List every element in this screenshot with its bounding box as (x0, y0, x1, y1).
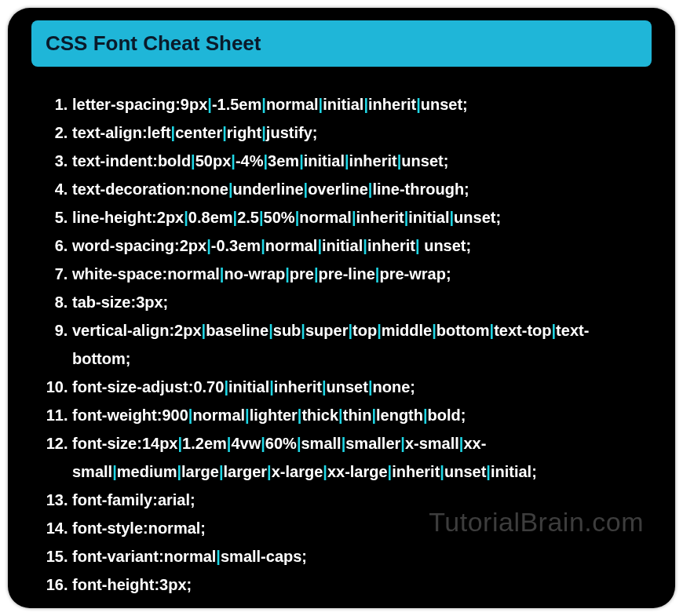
property-name: text-decoration: (72, 180, 191, 198)
property-value: bold (428, 406, 461, 424)
property-value: unset (444, 463, 486, 480)
property-value: unset (420, 237, 466, 254)
property-value: 50% (264, 209, 295, 226)
property-item: letter-spacing:9px|-1.5em|normal|initial… (72, 90, 644, 118)
property-name: letter-spacing: (72, 96, 181, 113)
property-value: 900 (162, 406, 188, 424)
property-name: line-height: (72, 209, 157, 226)
property-value: top (352, 322, 377, 339)
property-item: line-height:2px|0.8em|2.5|50%|normal|inh… (72, 203, 644, 231)
property-value: x-large (272, 463, 323, 480)
property-name: font-size-adjust: (72, 378, 193, 395)
property-value: 3px (159, 576, 186, 593)
property-value: line-through (372, 180, 464, 198)
property-value: -1.5em (212, 96, 261, 113)
property-item: font-size-adjust:0.70|initial|inherit|un… (72, 373, 644, 401)
property-value: none (191, 180, 228, 198)
terminator: ; (461, 406, 466, 424)
property-value: 2px (174, 322, 201, 339)
property-value: large (181, 463, 219, 480)
property-value: x-small (405, 435, 459, 452)
property-value: 2px (180, 237, 206, 254)
property-value: right (227, 124, 261, 141)
property-value: thick (301, 406, 338, 424)
property-item: text-align:left|center|right|justify; (72, 118, 644, 147)
property-value: 50px (195, 152, 232, 169)
property-value: 0.8em (188, 209, 233, 226)
property-value: underline (233, 180, 304, 198)
property-name: tab-size: (72, 293, 136, 311)
property-value: middle (382, 322, 432, 339)
terminator: ; (190, 491, 195, 508)
page-title: CSS Font Cheat Sheet (46, 31, 637, 56)
property-item: font-height:3px; (72, 570, 644, 599)
property-value: initial (304, 152, 345, 169)
property-value: normal (192, 406, 245, 424)
property-value: 14px (142, 435, 178, 452)
property-value: initial (228, 378, 269, 395)
terminator: ; (301, 548, 307, 565)
property-value: pre-line (319, 265, 375, 282)
property-value: -0.3em (211, 237, 261, 254)
property-value: initial (322, 237, 363, 254)
property-value: larger (223, 463, 267, 480)
property-value: no-wrap (224, 265, 285, 282)
property-value: 3em (268, 152, 299, 169)
property-value: 9px (181, 96, 207, 113)
property-value: pre (290, 265, 314, 282)
cheat-sheet-card: CSS Font Cheat Sheet letter-spacing:9px|… (8, 8, 675, 608)
property-value: arial (158, 491, 190, 508)
property-value: text-top (494, 322, 551, 339)
property-value: small-caps (221, 548, 301, 565)
property-name: white-space: (72, 265, 167, 282)
property-item: vertical-align:2px|baseline|sub|super|to… (72, 316, 644, 373)
property-value: 60% (265, 435, 297, 452)
property-value: unset (327, 378, 368, 395)
property-name: text-indent: (72, 152, 158, 169)
property-name: font-family: (72, 491, 158, 508)
property-value: sub (273, 322, 301, 339)
property-name: word-spacing: (72, 237, 180, 254)
property-value: inherit (274, 378, 322, 395)
terminator: ; (466, 237, 472, 254)
property-value: initial (408, 209, 449, 226)
property-value: baseline (206, 322, 268, 339)
property-name: text-align: (72, 124, 148, 141)
property-item: font-weight:900|normal|lighter|thick|thi… (72, 401, 644, 429)
terminator: ; (531, 463, 537, 480)
property-value: pre-wrap (379, 265, 445, 282)
terminator: ; (464, 180, 469, 198)
property-value: center (175, 124, 222, 141)
property-value: small (301, 435, 341, 452)
terminator: ; (126, 350, 131, 367)
property-item: text-indent:bold|50px|-4%|3em|initial|in… (72, 147, 644, 175)
property-value: overline (308, 180, 368, 198)
property-value: 4vw (231, 435, 261, 452)
property-value: lighter (250, 406, 298, 424)
property-value: normal (148, 519, 201, 537)
property-name: font-size: (72, 435, 142, 452)
property-value: 3px (136, 293, 163, 311)
property-value: unset (454, 209, 495, 226)
property-value: -4% (236, 152, 264, 169)
terminator: ; (444, 152, 449, 169)
property-value: inherit (367, 237, 415, 254)
property-value: 2.5 (237, 209, 259, 226)
property-item: font-variant:normal|small-caps; (72, 542, 644, 570)
property-value: normal (265, 237, 318, 254)
property-list: letter-spacing:9px|-1.5em|normal|initial… (24, 90, 659, 599)
property-value: unset (421, 96, 462, 113)
property-value: xx-large (327, 463, 388, 480)
property-value: medium (117, 463, 177, 480)
property-name: vertical-align: (72, 322, 174, 339)
property-value: thin (343, 406, 372, 424)
property-value: initial (323, 96, 363, 113)
property-value: 0.70 (193, 378, 224, 395)
property-value: super (305, 322, 348, 339)
property-value: inherit (349, 152, 397, 169)
terminator: ; (187, 576, 192, 593)
terminator: ; (495, 209, 501, 226)
property-value: none (373, 378, 411, 395)
property-item: word-spacing:2px|-0.3em|normal|initial|i… (72, 231, 644, 260)
terminator: ; (200, 519, 206, 537)
